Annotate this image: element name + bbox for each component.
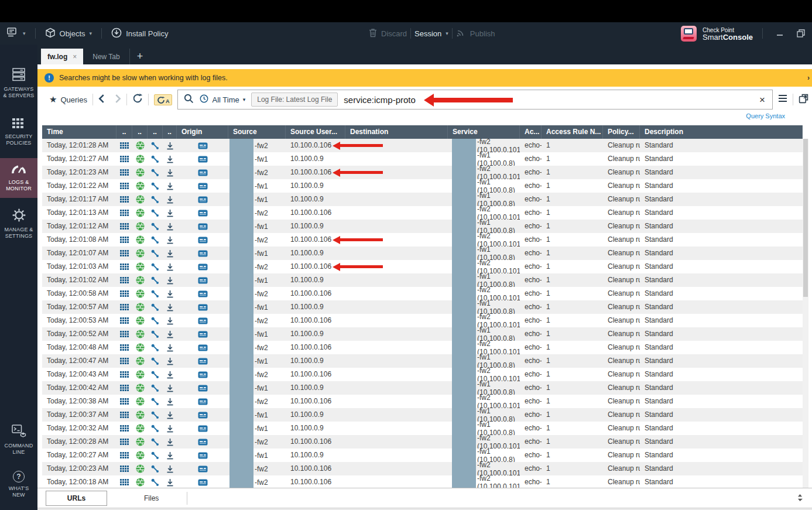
vertical-scrollbar[interactable] xyxy=(803,139,808,488)
banner-expand-chevron-icon[interactable]: › xyxy=(807,74,810,82)
collapse-panel-icon[interactable] xyxy=(797,493,803,504)
tab-new-tab[interactable]: New Tab xyxy=(83,49,129,64)
cell-policy: Standard xyxy=(640,435,803,449)
table-row[interactable]: Today, 12:00:32 AM -fw1 10.100.0.9 -fw1 … xyxy=(42,422,803,435)
restore-button[interactable] xyxy=(793,27,808,40)
table-row[interactable]: Today, 12:01:17 AM -fw1 10.100.0.9 -fw1 … xyxy=(42,193,803,206)
table-row[interactable]: Today, 12:01:08 AM -fw2 10.100.0.106 -fw… xyxy=(42,233,803,247)
table-row[interactable]: Today, 12:00:47 AM -fw1 10.100.0.9 -fw1 … xyxy=(42,354,803,368)
close-icon[interactable]: × xyxy=(73,53,77,61)
column-header[interactable]: Source xyxy=(228,125,286,139)
table-row[interactable]: Today, 12:00:48 AM -fw2 10.100.0.106 -fw… xyxy=(42,341,803,354)
tab-urls[interactable]: URLs xyxy=(46,491,107,506)
column-header[interactable]: .. xyxy=(132,125,148,139)
column-header[interactable]: Service xyxy=(448,125,520,139)
redaction-overlay xyxy=(229,206,253,220)
export-log-icon xyxy=(163,327,177,341)
appliance-icon xyxy=(177,341,228,354)
table-row[interactable]: Today, 12:00:53 AM -fw2 10.100.0.106 -fw… xyxy=(42,314,803,327)
sidebar-item-manage-settings[interactable]: MANAGE &SETTINGS xyxy=(0,203,37,245)
clear-query-icon[interactable]: × xyxy=(759,95,765,105)
table-row[interactable]: Today, 12:00:23 AM -fw2 10.100.0.106 -fw… xyxy=(42,462,803,475)
table-row[interactable]: Today, 12:01:03 AM -fw2 10.100.0.106 -fw… xyxy=(42,260,803,273)
sidebar-item-gateways-servers[interactable]: GATEWAYS& SERVERS xyxy=(0,62,37,105)
log-file-chip[interactable]: Log File: Latest Log File xyxy=(251,93,338,107)
table-row[interactable]: Today, 12:00:43 AM -fw2 10.100.0.106 -fw… xyxy=(42,368,803,381)
menu-icon[interactable] xyxy=(778,94,787,105)
column-header[interactable]: Access Rule N... xyxy=(542,125,603,139)
tab-fwlog[interactable]: fw.log × xyxy=(41,49,83,64)
cell-service: echo-request (ICMP) xyxy=(520,273,542,287)
column-header[interactable]: Ac... xyxy=(520,125,542,139)
table-row[interactable]: Today, 12:01:12 AM -fw1 10.100.0.9 -fw1 … xyxy=(42,220,803,233)
column-header[interactable]: Description xyxy=(640,125,803,139)
app-menu-button[interactable]: ▾ xyxy=(7,28,26,39)
table-row[interactable]: Today, 12:00:57 AM -fw1 10.100.0.9 -fw1 … xyxy=(42,300,803,314)
cell-access: 1 xyxy=(542,260,603,273)
open-in-new-window-icon[interactable] xyxy=(799,94,808,106)
column-header[interactable]: Destination xyxy=(345,125,448,139)
tab-files[interactable]: Files xyxy=(133,494,169,502)
divider xyxy=(762,28,763,39)
discard-button[interactable]: Discard xyxy=(369,28,407,39)
connection-icon xyxy=(148,408,163,422)
table-row[interactable]: Today, 12:01:22 AM -fw1 10.100.0.9 -fw1 … xyxy=(42,179,803,193)
table-row[interactable]: Today, 12:00:18 AM -fw2 10.100.0.106 -fw… xyxy=(42,475,803,488)
sidebar-item-security-policies[interactable]: SECURITYPOLICIES xyxy=(0,112,37,152)
queries-button[interactable]: ★ Queries xyxy=(49,94,87,105)
table-row[interactable]: Today, 12:00:42 AM -fw1 10.100.0.9 -fw1 … xyxy=(42,381,803,395)
column-header[interactable]: Source User... xyxy=(286,125,345,139)
cell-time: Today, 12:01:02 AM xyxy=(42,273,117,287)
table-row[interactable]: Today, 12:00:37 AM -fw1 10.100.0.9 -fw1 … xyxy=(42,408,803,422)
column-header[interactable]: .. xyxy=(117,125,132,139)
sidebar-item-whats-new[interactable]: ? WHAT'SNEW xyxy=(0,465,37,504)
query-search-input[interactable]: All Time ▾ Log File: Latest Log File ser… xyxy=(177,90,773,109)
origin-label: -fw1 xyxy=(255,182,268,190)
export-log-icon xyxy=(163,381,177,395)
column-header[interactable]: Origin xyxy=(177,125,228,139)
auto-refresh-toggle[interactable]: A xyxy=(154,94,173,105)
objects-menu-button[interactable]: Objects ▾ xyxy=(45,28,92,40)
column-header[interactable]: Policy... xyxy=(603,125,640,139)
appliance-icon xyxy=(177,449,228,462)
install-policy-button[interactable]: Install Policy xyxy=(111,28,168,40)
column-header[interactable]: .. xyxy=(148,125,163,139)
table-row[interactable]: Today, 12:01:13 AM -fw2 10.100.0.106 -fw… xyxy=(42,206,803,220)
appliance-icon xyxy=(177,327,228,341)
column-header[interactable]: .. xyxy=(163,125,177,139)
redaction-overlay xyxy=(229,233,253,247)
table-row[interactable]: Today, 12:01:07 AM -fw1 10.100.0.9 -fw1 … xyxy=(42,247,803,260)
refresh-button[interactable] xyxy=(132,93,143,106)
query-syntax-link[interactable]: Query Syntax xyxy=(746,112,785,124)
session-menu-button[interactable]: Session ▾ xyxy=(414,29,448,38)
firewall-blade-icon xyxy=(132,354,148,368)
cell-access: 1 xyxy=(542,273,603,287)
table-row[interactable]: Today, 12:00:27 AM -fw1 10.100.0.9 -fw1 … xyxy=(42,449,803,462)
time-filter-dropdown[interactable]: All Time ▾ xyxy=(200,94,245,105)
add-tab-button[interactable]: + xyxy=(129,49,150,64)
table-row[interactable]: Today, 12:00:58 AM -fw2 10.100.0.106 -fw… xyxy=(42,287,803,300)
cell-access: 1 xyxy=(542,395,603,408)
table-row[interactable]: Today, 12:00:28 AM -fw2 10.100.0.106 -fw… xyxy=(42,435,803,449)
cell-access: 1 xyxy=(542,206,603,220)
destination-label: -fw2 (10.100.0.101) xyxy=(477,462,520,475)
table-row[interactable]: Today, 12:01:23 AM -fw2 10.100.0.106 -fw… xyxy=(42,166,803,179)
table-row[interactable]: Today, 12:00:38 AM -fw2 10.100.0.106 -fw… xyxy=(42,395,803,408)
firewall-blade-icon xyxy=(132,395,148,408)
table-row[interactable]: Today, 12:01:02 AM -fw1 10.100.0.9 -fw1 … xyxy=(42,273,803,287)
query-text[interactable]: service:icmp-proto xyxy=(344,95,416,105)
sidebar-item-command-line[interactable]: COMMANDLINE xyxy=(0,419,37,461)
scrollbar-thumb[interactable] xyxy=(803,139,808,297)
publish-button[interactable]: Publish xyxy=(456,28,495,39)
forward-button[interactable] xyxy=(115,94,121,105)
cell-origin: -fw1 xyxy=(228,193,286,206)
column-header[interactable]: Time xyxy=(42,125,117,139)
minimize-button[interactable] xyxy=(772,27,787,40)
sidebar-item-logs-monitor[interactable]: LOGS &MONITOR xyxy=(0,158,37,198)
table-row[interactable]: Today, 12:00:52 AM -fw1 10.100.0.9 -fw1 … xyxy=(42,327,803,341)
table-row[interactable]: Today, 12:01:28 AM -fw2 10.100.0.106 -fw… xyxy=(42,139,803,152)
export-log-icon xyxy=(163,408,177,422)
table-row[interactable]: Today, 12:01:27 AM -fw1 10.100.0.9 -fw1 … xyxy=(42,152,803,166)
source-ip: 10.100.0.9 xyxy=(290,222,324,230)
back-button[interactable] xyxy=(98,94,105,105)
